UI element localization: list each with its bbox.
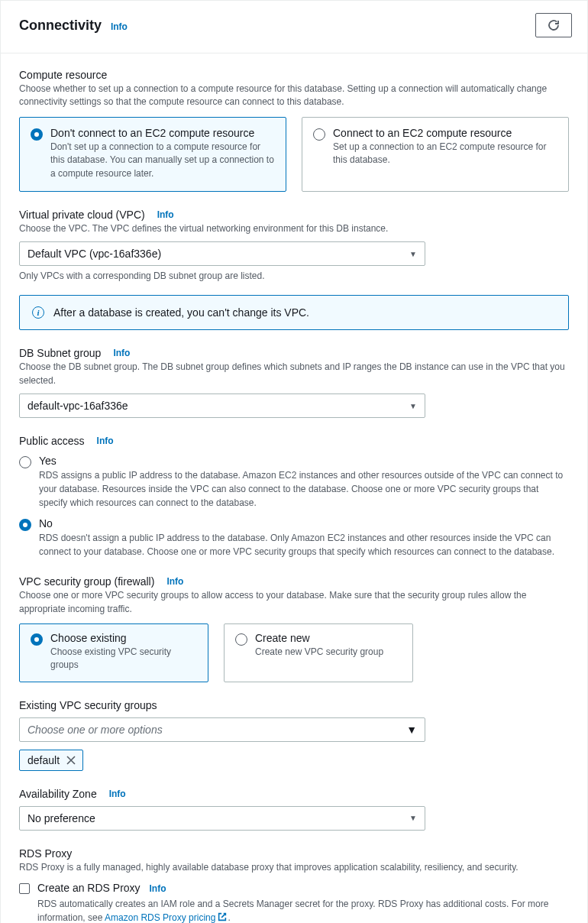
- info-link-az[interactable]: Info: [109, 789, 126, 799]
- sg-new-desc: Create new VPC security group: [255, 646, 383, 659]
- compute-tile-no-ec2[interactable]: Don't connect to an EC2 compute resource…: [19, 117, 286, 192]
- sg-tile-new[interactable]: Create new Create new VPC security group: [224, 623, 413, 682]
- proxy-label: RDS Proxy: [19, 847, 569, 860]
- subnet-label: DB Subnet group: [19, 347, 101, 359]
- info-link-sg[interactable]: Info: [166, 576, 183, 587]
- title-group: Connectivity Info: [19, 18, 128, 34]
- proxy-pricing-link[interactable]: Amazon RDS Proxy pricing: [105, 912, 228, 923]
- info-link-public[interactable]: Info: [97, 436, 114, 446]
- sg-token-default: default: [19, 750, 83, 771]
- public-access-section: Public access Info Yes RDS assigns a pub…: [19, 435, 569, 559]
- existing-sg-select[interactable]: Choose one or more options ▼: [19, 717, 425, 742]
- compute-tile-ec2-title: Connect to an EC2 compute resource: [333, 127, 557, 139]
- proxy-check-desc: RDS automatically creates an IAM role an…: [37, 897, 569, 923]
- vpc-label: Virtual private cloud (VPC): [19, 209, 145, 221]
- radio-selected-icon: [31, 128, 43, 141]
- compute-resource-desc: Choose whether to set up a connection to…: [19, 83, 569, 109]
- caret-down-icon: ▼: [406, 724, 417, 736]
- compute-tile-no-ec2-desc: Don't set up a connection to a compute r…: [50, 141, 275, 180]
- sg-label: VPC security group (firewall): [19, 575, 154, 588]
- sg-existing-title: Choose existing: [50, 632, 197, 644]
- close-icon[interactable]: [66, 755, 76, 766]
- sg-section: VPC security group (firewall) Info Choos…: [19, 575, 569, 682]
- compute-tile-no-ec2-title: Don't connect to an EC2 compute resource: [50, 127, 275, 139]
- proxy-desc-post: .: [228, 912, 230, 923]
- az-select[interactable]: No preference ▼: [19, 806, 425, 831]
- public-no-label: No: [39, 517, 569, 530]
- radio-selected-icon: [31, 633, 43, 646]
- compute-resource-label: Compute resource: [19, 69, 569, 81]
- vpc-desc: Choose the VPC. The VPC defines the virt…: [19, 222, 569, 235]
- info-link-proxy[interactable]: Info: [150, 883, 166, 894]
- subnet-desc: Choose the DB subnet group. The DB subne…: [19, 361, 569, 387]
- proxy-checkbox-row[interactable]: Create an RDS Proxy Info RDS automatical…: [19, 882, 569, 923]
- vpc-select-value: Default VPC (vpc-16af336e): [27, 248, 161, 260]
- compute-tile-ec2-desc: Set up a connection to an EC2 compute re…: [333, 141, 557, 167]
- public-yes-label: Yes: [39, 455, 569, 467]
- proxy-check-label: Create an RDS Proxy: [37, 882, 141, 894]
- caret-down-icon: ▼: [409, 814, 417, 822]
- public-access-label: Public access: [19, 435, 85, 447]
- subnet-section: DB Subnet group Info Choose the DB subne…: [19, 347, 569, 418]
- info-icon: i: [32, 306, 44, 319]
- az-section: Availability Zone Info No preference ▼: [19, 788, 569, 831]
- panel-header: Connectivity Info: [1, 1, 587, 53]
- proxy-section: RDS Proxy RDS Proxy is a fully managed, …: [19, 847, 569, 923]
- info-link-vpc[interactable]: Info: [157, 209, 174, 220]
- public-no-desc: RDS doesn't assign a public IP address t…: [39, 531, 569, 559]
- subnet-select[interactable]: default-vpc-16af336e ▼: [19, 393, 425, 418]
- az-label: Availability Zone: [19, 788, 97, 800]
- existing-sg-section: Existing VPC security groups Choose one …: [19, 699, 569, 771]
- caret-down-icon: ▼: [409, 250, 417, 258]
- info-link-connectivity[interactable]: Info: [111, 21, 128, 32]
- existing-sg-placeholder: Choose one or more options: [27, 724, 163, 736]
- info-link-subnet[interactable]: Info: [113, 348, 130, 358]
- compute-tile-ec2[interactable]: Connect to an EC2 compute resource Set u…: [302, 117, 569, 192]
- sg-existing-desc: Choose existing VPC security groups: [50, 646, 197, 672]
- public-access-no[interactable]: No RDS doesn't assign a public IP addres…: [19, 517, 569, 559]
- vpc-select[interactable]: Default VPC (vpc-16af336e) ▼: [19, 241, 425, 266]
- sg-new-title: Create new: [255, 632, 383, 644]
- checkbox-unchecked-icon: [19, 883, 30, 894]
- sg-token-label: default: [27, 754, 60, 766]
- az-select-value: No preference: [27, 812, 95, 824]
- vpc-alert-text: After a database is created, you can't c…: [53, 306, 309, 319]
- sg-desc: Choose one or more VPC security groups t…: [19, 589, 569, 616]
- existing-sg-label: Existing VPC security groups: [19, 699, 569, 711]
- sg-tile-existing[interactable]: Choose existing Choose existing VPC secu…: [19, 623, 208, 682]
- public-yes-desc: RDS assigns a public IP address to the d…: [39, 468, 569, 510]
- connectivity-panel: Connectivity Info Compute resource Choos…: [0, 0, 588, 923]
- compute-resource-section: Compute resource Choose whether to set u…: [19, 69, 569, 192]
- proxy-desc: RDS Proxy is a fully managed, highly ava…: [19, 861, 569, 874]
- vpc-hint: Only VPCs with a corresponding DB subnet…: [19, 270, 569, 281]
- vpc-change-alert: i After a database is created, you can't…: [19, 295, 569, 330]
- refresh-button[interactable]: [535, 13, 572, 37]
- public-access-yes[interactable]: Yes RDS assigns a public IP address to t…: [19, 455, 569, 510]
- radio-selected-icon: [19, 519, 31, 531]
- refresh-icon: [548, 19, 560, 31]
- subnet-select-value: default-vpc-16af336e: [27, 400, 128, 412]
- radio-unselected-icon: [313, 128, 325, 141]
- radio-unselected-icon: [19, 456, 31, 468]
- external-link-icon: [217, 912, 228, 922]
- panel-title: Connectivity: [19, 18, 102, 33]
- panel-body: Compute resource Choose whether to set u…: [1, 53, 587, 923]
- radio-unselected-icon: [235, 633, 247, 646]
- caret-down-icon: ▼: [409, 402, 417, 410]
- vpc-section: Virtual private cloud (VPC) Info Choose …: [19, 209, 569, 330]
